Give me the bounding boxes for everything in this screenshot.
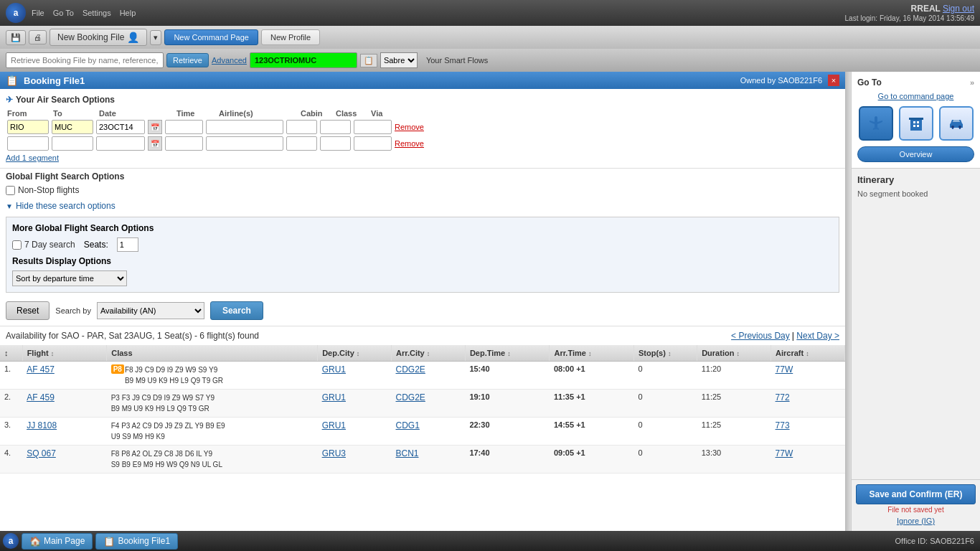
col-header-aircraft[interactable]: Aircraft ↕ xyxy=(771,345,845,362)
date-input-1[interactable] xyxy=(96,120,145,134)
app-logo[interactable]: a xyxy=(6,3,26,23)
advanced-link[interactable]: Advanced xyxy=(212,56,247,65)
sabre-select[interactable]: Sabre xyxy=(380,52,418,68)
search-options: ✈ Your Air Search Options From To Date T… xyxy=(0,89,845,168)
search-by-select[interactable]: Availability (AN) Timetable (TN) Low Far… xyxy=(97,302,204,319)
cabin-input-1[interactable] xyxy=(286,120,317,134)
menu-goto[interactable]: Go To xyxy=(53,9,74,17)
command-icon-button[interactable]: 📋 xyxy=(360,54,377,67)
dep-city-4[interactable]: GRU3 xyxy=(322,448,346,458)
from-input-2[interactable] xyxy=(7,136,49,151)
seven-day-checkbox[interactable] xyxy=(12,240,22,250)
menu-help[interactable]: Help xyxy=(120,9,136,17)
col-time: Time xyxy=(176,109,216,118)
save-confirm-button[interactable]: Save and Confirm (ER) xyxy=(856,484,976,504)
col-header-flight[interactable]: Flight ↕ xyxy=(22,345,107,362)
col-header-deptime[interactable]: Dep.Time ↕ xyxy=(465,345,550,362)
arr-city-3[interactable]: CDG1 xyxy=(396,420,420,430)
col-header-sort[interactable]: ↕ xyxy=(0,345,22,362)
add-segment-link[interactable]: Add 1 segment xyxy=(6,154,839,162)
booking-retrieve-input[interactable] xyxy=(6,52,164,68)
expand-arrow-icon[interactable]: » xyxy=(970,78,974,87)
arr-city-4[interactable]: BCN1 xyxy=(396,448,419,458)
new-booking-button[interactable]: New Booking File 👤 xyxy=(50,29,147,46)
goto-flight-button[interactable] xyxy=(859,106,893,141)
flight-link-2[interactable]: AF 459 xyxy=(27,392,55,402)
stops-2: 0 xyxy=(634,390,697,418)
airlines-input-1[interactable] xyxy=(206,120,283,134)
to-input-1[interactable] xyxy=(52,120,93,134)
dep-city-2[interactable]: GRU1 xyxy=(322,392,346,402)
arr-city-2[interactable]: CDG2E xyxy=(396,392,425,402)
time-input-1[interactable] xyxy=(165,120,203,134)
new-command-button[interactable]: New Command Page xyxy=(164,29,258,45)
to-input-2[interactable] xyxy=(52,136,93,151)
aircraft-1[interactable]: 77W xyxy=(776,364,793,375)
ignore-link[interactable]: Ignore (IG) xyxy=(856,515,976,527)
close-booking-button[interactable]: × xyxy=(828,75,839,86)
svg-rect-1 xyxy=(913,121,915,123)
booking-file-button[interactable]: 📋 Booking File1 xyxy=(95,533,178,550)
sign-out-link[interactable]: Sign out xyxy=(943,4,974,14)
flight-link-3[interactable]: JJ 8108 xyxy=(27,420,57,430)
arr-city-1[interactable]: CDG2E xyxy=(396,364,425,375)
scroll-divider[interactable] xyxy=(845,72,851,531)
seven-day-label[interactable]: 7 Day search xyxy=(12,240,75,250)
class-input-2[interactable] xyxy=(320,136,351,151)
col-header-depcity[interactable]: Dep.City ↕ xyxy=(318,345,392,362)
class-highlight-1[interactable]: P8 xyxy=(111,364,124,374)
menu-file[interactable]: File xyxy=(32,9,44,17)
remove-row-1[interactable]: Remove xyxy=(395,123,424,131)
toolbar: 💾 🖨 New Booking File 👤 ▾ New Command Pag… xyxy=(0,26,980,49)
cabin-input-2[interactable] xyxy=(286,136,317,151)
goto-hotel-button[interactable] xyxy=(899,106,933,141)
main-page-label: Main Page xyxy=(44,536,85,546)
col-header-arrcity[interactable]: Arr.City ↕ xyxy=(392,345,466,362)
top-menubar: a File Go To Settings Help RREAL Sign ou… xyxy=(0,0,980,26)
retrieve-button[interactable]: Retrieve xyxy=(166,53,209,67)
svg-rect-5 xyxy=(909,118,923,120)
via-input-1[interactable] xyxy=(354,120,392,134)
flight-link-4[interactable]: SQ 067 xyxy=(27,448,56,458)
overview-button[interactable]: Overview xyxy=(857,146,974,162)
class-input-1[interactable] xyxy=(320,120,351,134)
flight-link-1[interactable]: AF 457 xyxy=(27,364,55,375)
calendar-button-2[interactable]: 📅 xyxy=(148,136,162,151)
print-button[interactable]: 🖨 xyxy=(29,30,47,44)
svg-point-7 xyxy=(958,126,961,128)
from-input-1[interactable] xyxy=(7,120,49,134)
duration-1: 11:20 xyxy=(697,362,771,390)
sort-select[interactable]: Sort by departure time Sort by arrival t… xyxy=(12,270,127,286)
dep-city-3[interactable]: GRU1 xyxy=(322,420,346,430)
new-profile-button[interactable]: New Profile xyxy=(261,29,320,45)
aircraft-4[interactable]: 77W xyxy=(776,448,793,458)
aircraft-3[interactable]: 773 xyxy=(776,420,790,430)
menu-settings[interactable]: Settings xyxy=(83,9,111,17)
command-input[interactable] xyxy=(250,52,357,68)
aircraft-2[interactable]: 772 xyxy=(776,392,790,402)
search-button[interactable]: Search xyxy=(210,301,263,320)
date-input-2[interactable] xyxy=(96,136,145,151)
prev-day-link[interactable]: < Previous Day xyxy=(731,331,790,341)
via-input-2[interactable] xyxy=(354,136,392,151)
airlines-input-2[interactable] xyxy=(206,136,283,151)
non-stop-checkbox-label[interactable]: Non-Stop flights xyxy=(6,185,839,195)
time-input-2[interactable] xyxy=(165,136,203,151)
seats-input[interactable] xyxy=(117,237,138,252)
col-header-duration[interactable]: Duration ↕ xyxy=(697,345,771,362)
remove-row-2[interactable]: Remove xyxy=(395,139,424,148)
reset-button[interactable]: Reset xyxy=(6,301,50,320)
hide-options-link[interactable]: ▼ Hide these search options xyxy=(6,201,839,211)
col-header-class[interactable]: Class xyxy=(107,345,318,362)
calendar-button-1[interactable]: 📅 xyxy=(148,120,162,134)
goto-command-page-link[interactable]: Go to command page xyxy=(857,92,974,100)
next-day-link[interactable]: Next Day > xyxy=(796,331,839,341)
col-header-arrtime[interactable]: Arr.Time ↕ xyxy=(550,345,634,362)
col-header-stops[interactable]: Stop(s) ↕ xyxy=(634,345,697,362)
dep-city-1[interactable]: GRU1 xyxy=(322,364,346,375)
save-button[interactable]: 💾 xyxy=(6,30,26,45)
goto-car-button[interactable] xyxy=(939,106,974,141)
non-stop-checkbox[interactable] xyxy=(6,186,15,195)
dropdown-arrow-button[interactable]: ▾ xyxy=(150,30,161,45)
main-page-button[interactable]: 🏠 Main Page xyxy=(22,533,93,550)
